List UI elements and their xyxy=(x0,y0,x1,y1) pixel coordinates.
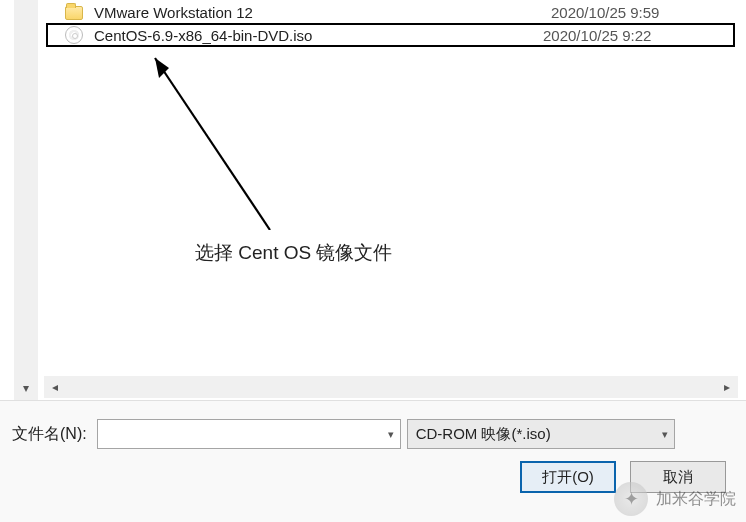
file-row-folder[interactable]: VMware Workstation 12 2020/10/25 9:59 xyxy=(40,0,741,24)
chevron-down-icon: ▾ xyxy=(662,428,668,441)
filename-field[interactable] xyxy=(98,420,400,448)
vertical-scrollbar[interactable]: ▾ xyxy=(14,0,38,400)
disc-icon xyxy=(64,25,84,45)
file-date: 2020/10/25 9:22 xyxy=(543,27,723,44)
file-list: VMware Workstation 12 2020/10/25 9:59 Ce… xyxy=(40,0,741,400)
filetype-select[interactable]: CD-ROM 映像(*.iso) ▾ xyxy=(407,419,675,449)
folder-icon xyxy=(64,2,84,22)
filename-input[interactable]: ▾ xyxy=(97,419,401,449)
dialog-footer: 文件名(N): ▾ CD-ROM 映像(*.iso) ▾ 打开(O) 取消 xyxy=(0,400,746,522)
file-name: VMware Workstation 12 xyxy=(94,4,551,21)
scroll-left-arrow-icon[interactable]: ◂ xyxy=(44,376,66,398)
annotation-label: 选择 Cent OS 镜像文件 xyxy=(195,240,392,266)
file-row-iso-selected[interactable]: CentOS-6.9-x86_64-bin-DVD.iso 2020/10/25… xyxy=(46,23,735,47)
filename-label: 文件名(N): xyxy=(12,424,87,445)
horizontal-scrollbar[interactable]: ◂ ▸ xyxy=(44,376,738,398)
open-button[interactable]: 打开(O) xyxy=(520,461,616,493)
file-name: CentOS-6.9-x86_64-bin-DVD.iso xyxy=(94,27,543,44)
filetype-value: CD-ROM 映像(*.iso) xyxy=(416,425,551,444)
cancel-button[interactable]: 取消 xyxy=(630,461,726,493)
scroll-right-arrow-icon[interactable]: ▸ xyxy=(716,376,738,398)
file-date: 2020/10/25 9:59 xyxy=(551,4,731,21)
scroll-down-arrow-icon[interactable]: ▾ xyxy=(14,376,38,400)
